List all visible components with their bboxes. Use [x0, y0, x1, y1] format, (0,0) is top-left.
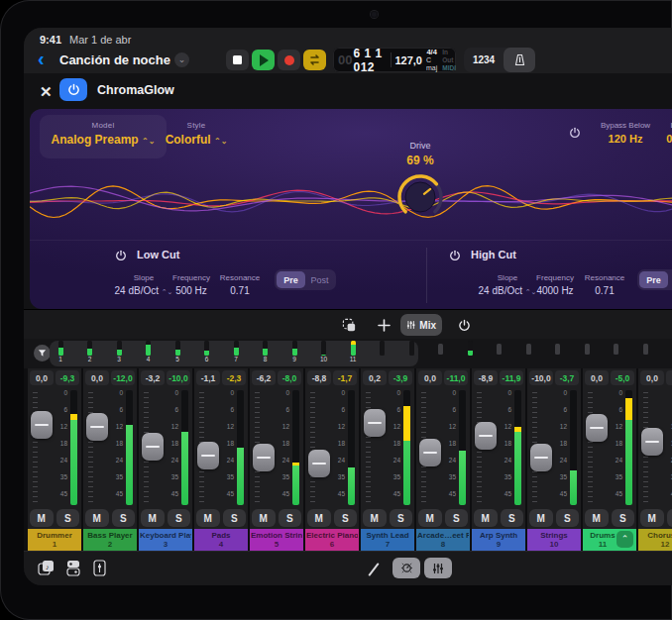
volume-value[interactable]: -12,0: [111, 370, 135, 385]
pan-value[interactable]: 0,2: [363, 370, 387, 385]
pan-value[interactable]: 0,0: [85, 370, 109, 385]
solo-button[interactable]: S: [390, 509, 413, 527]
track-label[interactable]: Synth Lead 7: [361, 529, 414, 551]
collapse-plugin-chevron[interactable]: ⌃: [616, 531, 633, 548]
fader-handle[interactable]: [475, 422, 497, 450]
volume-value[interactable]: -9,3: [56, 370, 79, 385]
low-cut-power-button[interactable]: [115, 248, 127, 265]
song-title[interactable]: Canción de noche: [59, 52, 170, 67]
play-button[interactable]: [252, 50, 275, 70]
overview-track-meter[interactable]: 4: [144, 339, 154, 362]
low-cut-pre-button[interactable]: Pre: [277, 271, 305, 288]
fader-handle[interactable]: [253, 444, 275, 471]
pan-value[interactable]: -10,0: [529, 370, 553, 385]
lcd-display[interactable]: 00 6 1 1 012 127,0 4/4 C maj In Out MIDI: [333, 48, 456, 72]
track-label[interactable]: Pads 4: [194, 529, 248, 551]
overview-track-meter[interactable]: 11: [348, 339, 358, 362]
volume-value[interactable]: -11,0: [444, 370, 468, 385]
back-button[interactable]: ‹: [38, 50, 54, 69]
mix-view-button[interactable]: Mix: [400, 314, 442, 336]
solo-button[interactable]: S: [612, 509, 635, 527]
solo-button[interactable]: S: [112, 509, 136, 527]
mute-button[interactable]: M: [85, 509, 109, 527]
track-label[interactable]: Keyboard Player 3: [139, 529, 192, 551]
fader-handle[interactable]: [530, 444, 552, 471]
high-cut-power-button[interactable]: [449, 248, 461, 265]
volume-value[interactable]: -10,0: [167, 370, 190, 385]
solo-button[interactable]: S: [556, 509, 580, 527]
volume-value[interactable]: -11,9: [500, 370, 523, 385]
controls-view-button[interactable]: [392, 558, 420, 578]
fader-handle[interactable]: [197, 442, 219, 469]
bypass-below-value[interactable]: 120 Hz: [591, 133, 660, 145]
overview-track-meter[interactable]: 5: [172, 339, 182, 362]
mute-button[interactable]: M: [30, 509, 54, 527]
mute-button[interactable]: M: [141, 509, 165, 527]
solo-button[interactable]: S: [334, 509, 358, 527]
overview-track-meter[interactable]: 8: [261, 339, 271, 362]
add-track-button[interactable]: [371, 314, 396, 336]
metronome-button[interactable]: [504, 48, 535, 72]
mute-button[interactable]: M: [196, 509, 220, 527]
low-cut-resonance-value[interactable]: 0.71: [205, 285, 275, 296]
track-label[interactable]: Drummer 1: [28, 529, 81, 551]
drive-knob[interactable]: [393, 170, 447, 224]
track-label[interactable]: Chorus V 12: [638, 529, 672, 551]
mute-button[interactable]: M: [640, 509, 664, 527]
mute-button[interactable]: M: [307, 509, 331, 527]
fader-handle[interactable]: [586, 414, 608, 442]
overview-track-meter[interactable]: 2: [85, 339, 95, 362]
pan-value[interactable]: -8,8: [307, 370, 331, 385]
overview-track-meter[interactable]: [582, 339, 592, 355]
track-label[interactable]: Arcade…eet Pad 8: [416, 529, 470, 551]
pan-value[interactable]: -6,2: [252, 370, 276, 385]
level-value[interactable]: 0.0: [654, 133, 672, 145]
inspector-button[interactable]: [93, 560, 106, 580]
overview-track-meter[interactable]: [523, 339, 533, 355]
pan-value[interactable]: 0,0: [418, 370, 442, 385]
track-label[interactable]: Bass Player 2: [83, 529, 137, 551]
count-in-button[interactable]: 1234: [464, 54, 504, 65]
pan-value[interactable]: -8,9: [474, 370, 498, 385]
style-selector[interactable]: Style Colorful ⌃⌄: [139, 121, 254, 147]
volume-value[interactable]: -3,7: [555, 370, 579, 385]
track-label[interactable]: Arp Synth 9: [472, 529, 525, 551]
pan-value[interactable]: 0,0: [585, 370, 609, 385]
overview-track-meter[interactable]: [553, 339, 563, 355]
volume-value[interactable]: -3,9: [389, 370, 412, 385]
pan-value[interactable]: 0,0: [30, 370, 54, 385]
volume-value[interactable]: -8,0: [278, 370, 301, 385]
fader-handle[interactable]: [419, 439, 441, 466]
mute-button[interactable]: M: [363, 509, 387, 527]
volume-value[interactable]: -2,3: [222, 370, 246, 385]
overview-track-meter[interactable]: 6: [202, 339, 212, 362]
fader-handle[interactable]: [308, 450, 330, 477]
track-label[interactable]: Drums 11 ⌃: [583, 529, 636, 551]
track-label[interactable]: Electric Piano 6: [305, 529, 359, 551]
high-cut-post-button[interactable]: Post: [668, 271, 672, 288]
fader-handle[interactable]: [31, 411, 53, 439]
cycle-button[interactable]: [303, 50, 326, 70]
mute-button[interactable]: M: [474, 509, 498, 527]
track-label[interactable]: Emotion Strings 5: [250, 529, 303, 551]
overview-track-meter[interactable]: [495, 339, 504, 355]
fader-handle[interactable]: [86, 413, 108, 441]
mute-button[interactable]: M: [418, 509, 442, 527]
overview-track-meter[interactable]: 3: [114, 339, 124, 362]
loop-browser-button[interactable]: ♪: [38, 560, 56, 580]
bypass-power-button[interactable]: [569, 125, 581, 143]
high-cut-resonance-value[interactable]: 0.71: [570, 285, 639, 296]
mute-button[interactable]: M: [529, 509, 553, 527]
track-label[interactable]: Strings 10: [527, 529, 581, 551]
channel-power-button[interactable]: [450, 314, 478, 336]
overview-track-meter[interactable]: [436, 339, 446, 355]
fader-handle[interactable]: [364, 409, 386, 437]
low-cut-post-button[interactable]: Post: [305, 271, 334, 288]
overview-track-meter[interactable]: 7: [231, 339, 241, 362]
solo-button[interactable]: S: [501, 509, 524, 527]
overview-track-meter[interactable]: [378, 339, 388, 356]
close-plugin-button[interactable]: ✕: [40, 83, 53, 101]
solo-button[interactable]: S: [168, 509, 191, 527]
mute-button[interactable]: M: [252, 509, 276, 527]
volume-value[interactable]: -1,7: [333, 370, 357, 385]
